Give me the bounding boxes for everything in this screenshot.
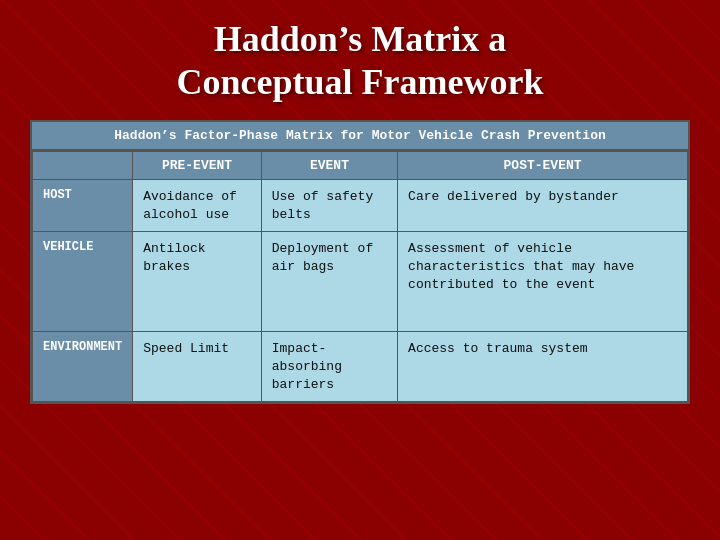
page-title: Haddon’s Matrix a Conceptual Framework (177, 18, 544, 104)
column-header-row: PRE-EVENT EVENT POST-EVENT (33, 152, 688, 180)
vehicle-event: Deployment of air bags (261, 232, 397, 332)
host-row: HOST Avoidance of alcohol use Use of saf… (33, 180, 688, 232)
vehicle-post-event: Assessment of vehicle characteristics th… (398, 232, 688, 332)
vehicle-label: VEHICLE (33, 232, 133, 332)
host-post-event: Care delivered by bystander (398, 180, 688, 232)
matrix-table: PRE-EVENT EVENT POST-EVENT HOST Avoidanc… (32, 151, 688, 402)
page-wrapper: Haddon’s Matrix a Conceptual Framework H… (0, 0, 720, 540)
vehicle-row: VEHICLE Antilock brakes Deployment of ai… (33, 232, 688, 332)
col-header-post-event: POST-EVENT (398, 152, 688, 180)
environment-event: Impact-absorbing barriers (261, 332, 397, 402)
environment-row: ENVIRONMENT Speed Limit Impact-absorbing… (33, 332, 688, 402)
host-event: Use of safety belts (261, 180, 397, 232)
matrix-container: Haddon’s Factor-Phase Matrix for Motor V… (30, 120, 690, 404)
environment-post-event: Access to trauma system (398, 332, 688, 402)
col-header-event: EVENT (261, 152, 397, 180)
vehicle-pre-event: Antilock brakes (133, 232, 262, 332)
host-pre-event: Avoidance of alcohol use (133, 180, 262, 232)
host-label: HOST (33, 180, 133, 232)
col-header-pre-event: PRE-EVENT (133, 152, 262, 180)
environment-label: ENVIRONMENT (33, 332, 133, 402)
matrix-header-title: Haddon’s Factor-Phase Matrix for Motor V… (32, 122, 688, 151)
col-header-empty (33, 152, 133, 180)
environment-pre-event: Speed Limit (133, 332, 262, 402)
